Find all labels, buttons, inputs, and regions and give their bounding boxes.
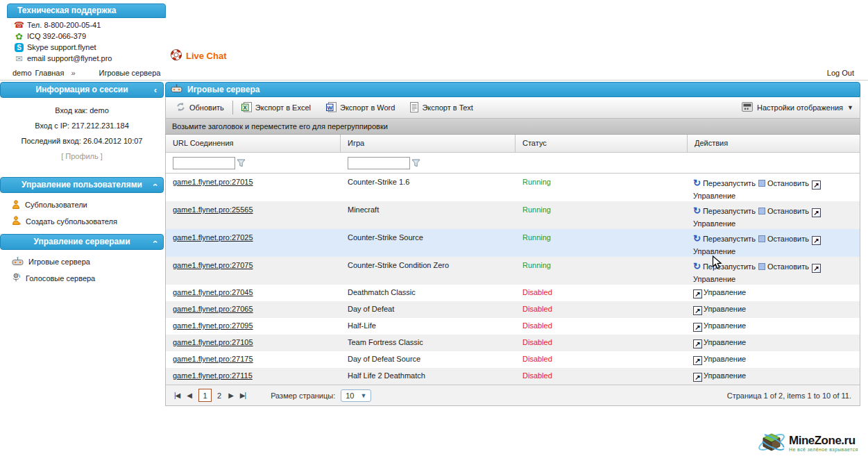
server-url-link[interactable]: game1.flynet.pro:27025 <box>173 233 253 242</box>
manage-button[interactable]: ↗Управление <box>693 338 746 346</box>
manage-button-label[interactable]: Управление <box>693 192 860 200</box>
game-filter-input[interactable] <box>348 157 410 169</box>
first-page-button[interactable]: |◀ <box>174 392 180 399</box>
collapse-up-icon[interactable]: ‹ <box>148 183 162 186</box>
game-name: Counter-Strike 1.6 <box>341 174 516 201</box>
logout-link[interactable]: Log Out <box>827 67 854 80</box>
page-1-button[interactable]: 1 <box>198 389 212 402</box>
manage-button[interactable]: ↗Управление <box>693 355 746 363</box>
prev-page-button[interactable]: ◀ <box>187 392 192 399</box>
status-label: Disabled <box>522 355 552 363</box>
svg-text:+: + <box>18 221 21 226</box>
next-page-button[interactable]: ▶ <box>228 392 233 399</box>
collapse-left-icon[interactable]: ‹ <box>154 83 157 97</box>
stop-button[interactable]: Остановить <box>758 207 809 215</box>
manage-button[interactable]: ↗Управление <box>693 371 746 380</box>
server-url-link[interactable]: game1.flynet.pro:27065 <box>173 305 253 313</box>
server-url-link[interactable]: game1.flynet.pro:25565 <box>173 205 253 214</box>
toolbar-separator <box>232 101 233 115</box>
server-url-link[interactable]: game1.flynet.pro:27115 <box>173 371 253 380</box>
stop-icon <box>758 263 765 270</box>
sidebar-item-voice-servers[interactable]: Голосовые сервера <box>0 270 164 287</box>
status-label: Running <box>522 178 551 186</box>
collapse-up-icon[interactable]: ‹ <box>148 240 162 243</box>
manage-button[interactable]: ↗ <box>812 179 822 187</box>
export-excel-button[interactable]: X Экспорт в Excel <box>238 100 314 116</box>
manage-button[interactable]: ↗Управление <box>693 305 746 313</box>
manage-button-label[interactable]: Управление <box>693 275 860 283</box>
manage-button[interactable]: ↗ <box>812 262 822 271</box>
stop-icon <box>758 235 765 242</box>
sidebar-item-game-servers[interactable]: Игровые сервера <box>0 253 164 270</box>
page-2-button[interactable]: 2 <box>217 392 221 400</box>
restart-button[interactable]: ↻Перезапустить <box>693 207 756 215</box>
manage-button[interactable]: ↗ <box>812 207 822 215</box>
game-name: Day of Defeat Source <box>341 351 516 368</box>
stop-button[interactable]: Остановить <box>758 179 809 187</box>
panel-header: Игровые сервера <box>165 82 860 97</box>
server-row: game1.flynet.pro:25565MinecraftRunning↻П… <box>166 201 860 229</box>
column-header-actions[interactable]: Действия <box>688 135 860 152</box>
word-icon: W <box>326 102 337 114</box>
server-url-link[interactable]: game1.flynet.pro:27075 <box>173 261 253 269</box>
servers-section-header[interactable]: Управление серверами ‹ <box>0 234 164 250</box>
server-row: game1.flynet.pro:27065Day of DefeatDisab… <box>166 301 860 318</box>
live-chat-button[interactable]: Live Chat <box>171 49 227 62</box>
breadcrumb-home-link[interactable]: Главная <box>35 69 65 77</box>
contact-phone-label: Тел. 8-800-200-05-41 <box>27 21 101 29</box>
sidebar: Информация о сессии ‹ Вход как: demo Вхо… <box>0 82 164 288</box>
server-url-link[interactable]: game1.flynet.pro:27095 <box>173 321 253 330</box>
column-header-status[interactable]: Статус <box>516 135 688 152</box>
manage-button-label[interactable]: Управление <box>693 247 860 255</box>
server-row: game1.flynet.pro:27095Half-LifeDisabled↗… <box>166 318 860 335</box>
column-header-url[interactable]: URL Соединения <box>166 135 341 152</box>
restart-button[interactable]: ↻Перезапустить <box>693 179 756 187</box>
manage-button[interactable]: ↗Управление <box>693 288 746 296</box>
breadcrumb-user: demo <box>12 69 32 77</box>
session-panel-header[interactable]: Информация о сессии ‹ <box>0 82 164 98</box>
sidebar-item-label: Субпользователи <box>25 201 87 209</box>
filter-funnel-icon[interactable] <box>237 159 246 167</box>
status-label: Disabled <box>522 371 552 380</box>
filter-funnel-icon[interactable] <box>411 159 420 167</box>
game-name: Half Life 2 Deathmatch <box>341 368 516 385</box>
breadcrumb-separator: » <box>71 69 75 77</box>
page-size-select[interactable]: 10 ▼ <box>341 389 371 402</box>
manage-button-label[interactable]: Управление <box>693 219 860 228</box>
server-url-link[interactable]: game1.flynet.pro:27175 <box>173 355 253 363</box>
panel-title: Игровые сервера <box>187 85 260 94</box>
manage-button[interactable]: ↗Управление <box>693 321 746 330</box>
sidebar-item-label: Голосовые сервера <box>26 274 95 283</box>
sidebar-item-subusers[interactable]: Субпользователи <box>0 196 164 213</box>
filter-row <box>166 153 860 174</box>
stop-button[interactable]: Остановить <box>758 235 809 243</box>
manage-button[interactable]: ↗ <box>812 235 822 243</box>
server-url-link[interactable]: game1.flynet.pro:27105 <box>173 338 253 346</box>
user-icon <box>12 200 20 210</box>
restart-button[interactable]: ↻Перезапустить <box>693 235 756 243</box>
restart-button[interactable]: ↻Перезапустить <box>693 262 756 271</box>
contact-email: ✉ email support@flynet.pro <box>14 53 112 64</box>
sidebar-item-create-subuser[interactable]: + Создать субпользователя <box>0 213 164 230</box>
status-label: Disabled <box>522 338 552 346</box>
minezone-cube-icon <box>756 428 787 458</box>
minezone-logo[interactable]: MineZone.ru Не всё зелёное взрывается <box>756 428 858 458</box>
user-add-icon: + <box>12 216 21 227</box>
profile-link[interactable]: [ Профиль ] <box>0 149 164 164</box>
refresh-label: Обновить <box>189 103 224 112</box>
page-size-value: 10 <box>346 392 354 400</box>
export-word-button[interactable]: W Экспорт в Word <box>323 100 398 116</box>
column-header-game[interactable]: Игра <box>341 135 516 152</box>
stop-button[interactable]: Остановить <box>758 262 809 271</box>
users-section-header[interactable]: Управление пользователями ‹ <box>0 177 164 193</box>
server-url-link[interactable]: game1.flynet.pro:27015 <box>173 178 253 186</box>
sidebar-section-users: Управление пользователями ‹ Субпользоват… <box>0 177 164 231</box>
last-page-button[interactable]: ▶| <box>240 392 246 399</box>
url-filter-input[interactable] <box>173 157 235 169</box>
refresh-button[interactable]: Обновить <box>172 100 228 115</box>
export-text-button[interactable]: Экспорт в Text <box>407 100 476 116</box>
session-login-ip: Вход с IP: 217.212.231.184 <box>0 118 164 133</box>
display-settings-button[interactable]: Настройки отображения ▼ <box>742 102 853 113</box>
server-url-link[interactable]: game1.flynet.pro:27045 <box>173 288 253 296</box>
server-row: game1.flynet.pro:27025Counter-Strike Sou… <box>166 229 860 257</box>
